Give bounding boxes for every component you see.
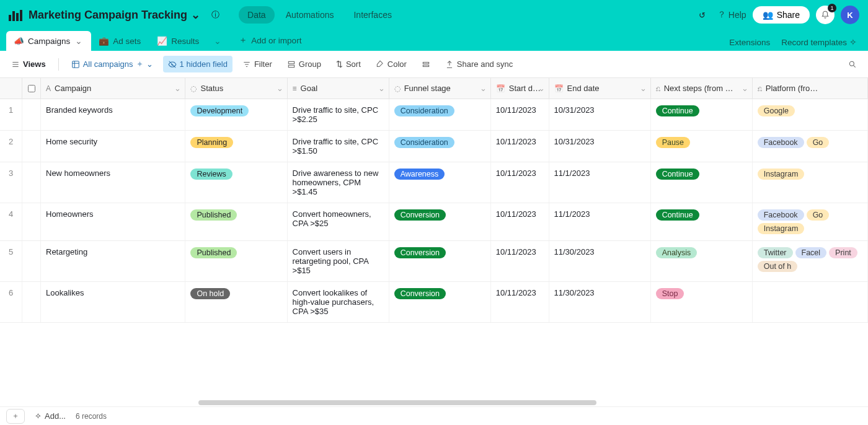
cell-start[interactable]: 10/11/2023 (491, 99, 549, 130)
cell-status[interactable]: Planning (185, 131, 287, 162)
view-picker[interactable]: All campaigns ✦ ⌄ (66, 56, 158, 72)
cell-campaign[interactable]: Home security (41, 131, 185, 162)
help-button[interactable]: ？ Help (717, 9, 746, 20)
chevron-down-icon[interactable]: ⌄ (742, 84, 748, 93)
nav-interfaces[interactable]: Interfaces (345, 6, 400, 24)
add-menu-button[interactable]: ✧ Add... (31, 410, 69, 422)
cell-status[interactable]: Reviews (185, 162, 287, 203)
add-record-button[interactable]: ＋ (6, 409, 25, 424)
cell-platform[interactable]: FacebookGo (753, 131, 868, 162)
cell-status[interactable]: On hold (185, 282, 287, 322)
cell-start[interactable]: 10/11/2023 (491, 203, 549, 240)
cell-end[interactable]: 10/31/2023 (549, 99, 651, 130)
base-title[interactable]: Marketing Campaign Tracking ⌄ (29, 8, 200, 22)
row-checkbox-cell[interactable] (22, 241, 41, 281)
color-button[interactable]: Color (371, 56, 412, 72)
cell-funnel[interactable]: Conversion (389, 282, 491, 322)
tab-campaigns[interactable]: 📣 Campaigns ⌄ (6, 31, 91, 51)
cell-goal[interactable]: Drive traffic to site, CPC >$1.50 (288, 131, 389, 162)
col-end[interactable]: 📅End date⌄ (549, 78, 651, 99)
share-button[interactable]: 👥 Share (753, 6, 810, 24)
row-checkbox-cell[interactable] (22, 99, 41, 130)
chevron-down-icon[interactable]: ⌄ (378, 84, 385, 93)
cell-platform[interactable]: FacebookGoInstagram (753, 203, 868, 240)
cell-start[interactable]: 10/11/2023 (491, 162, 549, 203)
chevron-down-icon[interactable]: ⌄ (174, 84, 181, 93)
sort-button[interactable]: ⇅ Sort (331, 56, 366, 72)
chevron-down-icon[interactable]: ⌄ (480, 84, 487, 93)
row-height-button[interactable] (417, 56, 435, 72)
cell-funnel[interactable]: Consideration (389, 131, 491, 162)
col-campaign[interactable]: ACampaign⌄ (41, 78, 185, 99)
cell-platform[interactable]: TwitterFacelPrintOut of h (753, 241, 868, 281)
cell-platform[interactable] (753, 282, 868, 322)
chevron-down-icon[interactable]: ⌄ (640, 84, 647, 93)
cell-goal[interactable]: Drive awareness to new homeowners, CPM >… (288, 162, 389, 203)
cell-next[interactable]: Stop (651, 282, 753, 322)
cell-end[interactable]: 11/30/2023 (549, 282, 651, 322)
user-avatar[interactable]: K (841, 6, 859, 24)
cell-end[interactable]: 11/1/2023 (549, 162, 651, 203)
col-platform[interactable]: ⎌Platform (fro… (753, 78, 868, 99)
chevron-down-icon[interactable]: ⌄ (277, 84, 283, 93)
cell-start[interactable]: 10/11/2023 (491, 282, 549, 322)
nav-automations[interactable]: Automations (277, 6, 343, 24)
col-status[interactable]: ◌Status⌄ (185, 78, 287, 99)
search-button[interactable] (843, 56, 862, 72)
group-button[interactable]: Group (282, 56, 326, 72)
cell-campaign[interactable]: Lookalikes (41, 282, 185, 322)
cell-end[interactable]: 11/1/2023 (549, 203, 651, 240)
cell-start[interactable]: 10/11/2023 (491, 241, 549, 281)
notifications-button[interactable]: 1 (816, 6, 835, 24)
cell-campaign[interactable]: Homeowners (41, 203, 185, 240)
tab-adsets[interactable]: 💼 Ad sets (91, 31, 149, 51)
cell-campaign[interactable]: Branded keywords (41, 99, 185, 130)
row-checkbox-cell[interactable] (22, 282, 41, 322)
cell-goal[interactable]: Drive traffic to site, CPC >$2.25 (288, 99, 389, 130)
cell-campaign[interactable]: Retargeting (41, 241, 185, 281)
cell-goal[interactable]: Convert homeowners, CPA >$25 (288, 203, 389, 240)
cell-goal[interactable]: Convert users in retargeting pool, CPA >… (288, 241, 389, 281)
table-row[interactable]: 4 Homeowners Published Convert homeowner… (0, 203, 868, 241)
history-icon[interactable]: ↺ (694, 6, 711, 24)
col-funnel[interactable]: ◌Funnel stage⌄ (389, 78, 491, 99)
tab-results[interactable]: 📈 Results ⌄ (149, 31, 230, 51)
share-sync-button[interactable]: Share and sync (440, 56, 518, 72)
cell-funnel[interactable]: Conversion (389, 203, 491, 240)
info-icon[interactable]: ⓘ (206, 6, 224, 24)
horizontal-scrollbar[interactable] (198, 400, 862, 405)
cell-status[interactable]: Published (185, 241, 287, 281)
cell-funnel[interactable]: Consideration (389, 99, 491, 130)
chevron-down-icon[interactable]: ⌄ (538, 84, 545, 93)
table-row[interactable]: 5 Retargeting Published Convert users in… (0, 241, 868, 282)
cell-next[interactable]: Continue (651, 203, 753, 240)
table-row[interactable]: 2 Home security Planning Drive traffic t… (0, 131, 868, 162)
cell-platform[interactable]: Instagram (753, 162, 868, 203)
cell-status[interactable]: Published (185, 203, 287, 240)
cell-end[interactable]: 11/30/2023 (549, 241, 651, 281)
cell-next[interactable]: Analysis (651, 241, 753, 281)
cell-platform[interactable]: Google (753, 99, 868, 130)
row-checkbox-cell[interactable] (22, 131, 41, 162)
add-table-button[interactable]: ＋ Add or import (230, 30, 310, 51)
row-checkbox-cell[interactable] (22, 203, 41, 240)
chevron-down-icon[interactable]: ⌄ (75, 36, 82, 46)
col-goal[interactable]: ≡Goal⌄ (288, 78, 389, 99)
views-button[interactable]: Views (6, 56, 51, 72)
cell-funnel[interactable]: Conversion (389, 241, 491, 281)
cell-end[interactable]: 10/31/2023 (549, 131, 651, 162)
chevron-down-icon[interactable]: ⌄ (214, 36, 221, 46)
filter-button[interactable]: Filter (237, 56, 277, 72)
cell-next[interactable]: Pause (651, 131, 753, 162)
record-templates-button[interactable]: Record templates ✧ (781, 37, 857, 47)
extensions-button[interactable]: Extensions (729, 38, 770, 47)
table-row[interactable]: 6 Lookalikes On hold Convert lookalikes … (0, 282, 868, 323)
col-start[interactable]: 📅Start d…⌄ (491, 78, 549, 99)
cell-campaign[interactable]: New homeowners (41, 162, 185, 203)
cell-funnel[interactable]: Awareness (389, 162, 491, 203)
checkbox-header[interactable] (22, 78, 41, 99)
cell-goal[interactable]: Convert lookalikes of high-value purchas… (288, 282, 389, 322)
cell-next[interactable]: Continue (651, 99, 753, 130)
cell-start[interactable]: 10/11/2023 (491, 131, 549, 162)
cell-status[interactable]: Development (185, 99, 287, 130)
